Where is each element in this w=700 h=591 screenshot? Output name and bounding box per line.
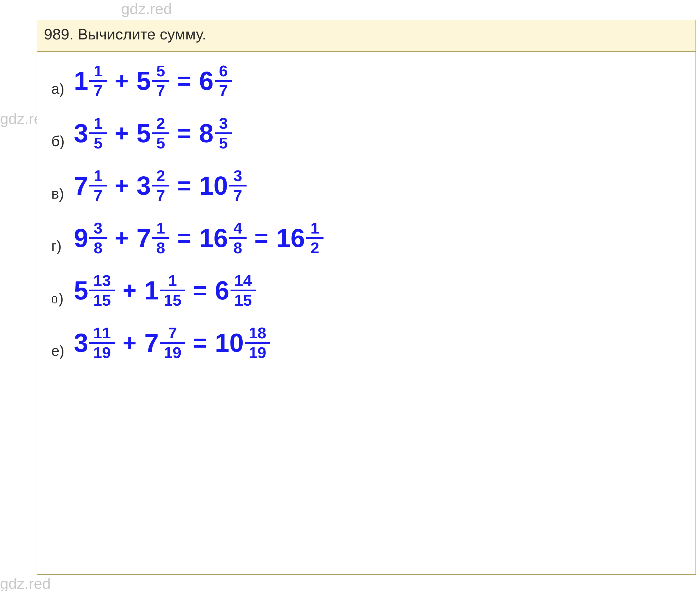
problem-header: 989. Вычислите сумму.	[37, 20, 696, 52]
mixed-number: 10 3 7	[199, 168, 246, 203]
fraction: 18 19	[245, 325, 270, 360]
denominator: 7	[233, 188, 242, 203]
whole-part: 7	[144, 330, 158, 356]
mixed-number: 3 1 5	[74, 116, 107, 151]
row-label: е)	[49, 342, 74, 360]
mixed-number: 5 5 7	[136, 63, 169, 98]
equals-sign: =	[177, 224, 191, 252]
expression: 1 1 7 + 5 5 7	[74, 63, 232, 98]
denominator: 7	[156, 83, 165, 98]
denominator: 19	[249, 345, 266, 360]
worksheet-frame: 989. Вычислите сумму. а) 1 1 7 +	[37, 20, 696, 575]
denominator: 15	[164, 292, 181, 308]
expression: 7 1 7 + 3 2 7	[74, 168, 247, 203]
row-label: а)	[49, 80, 74, 98]
mixed-number: 5 13 15	[74, 273, 115, 308]
watermark: gdz.red	[0, 575, 51, 591]
numerator: 11	[93, 325, 111, 341]
mixed-number: 3 11 19	[74, 325, 115, 360]
denominator: 7	[94, 83, 103, 98]
numerator: 13	[93, 273, 111, 288]
mixed-number: 10 18 19	[215, 325, 270, 360]
denominator: 15	[234, 292, 252, 308]
fraction: 13 15	[89, 273, 115, 308]
whole-part: 5	[136, 68, 151, 94]
denominator: 5	[94, 135, 103, 151]
denominator: 8	[156, 240, 165, 256]
whole-part: 3	[136, 173, 151, 199]
problem-row: ᲂ) 5 13 15 + 1 1	[49, 273, 690, 308]
fraction: 1 15	[160, 273, 185, 308]
equals-sign: =	[177, 120, 191, 147]
whole-part: 8	[199, 120, 213, 146]
plus-sign: +	[115, 172, 128, 199]
numerator: 3	[94, 220, 103, 236]
whole-part: 3	[74, 120, 88, 146]
fraction: 1 8	[152, 220, 169, 256]
row-label: ᲂ)	[49, 290, 74, 308]
mixed-number: 6 6 7	[199, 63, 232, 98]
denominator: 19	[93, 345, 111, 360]
whole-part: 9	[74, 225, 88, 251]
numerator: 18	[249, 325, 266, 341]
problem-row: б) 3 1 5 + 5 2	[49, 116, 690, 151]
fraction: 5 7	[152, 63, 169, 98]
fraction: 3 7	[229, 168, 247, 203]
problem-content: а) 1 1 7 + 5 5	[37, 52, 696, 383]
denominator: 8	[94, 240, 103, 256]
equals-sign: =	[193, 277, 207, 304]
numerator: 2	[156, 168, 165, 184]
expression: 3 1 5 + 5 2 5	[74, 116, 232, 151]
equals-sign: =	[177, 172, 191, 199]
row-label: в)	[49, 185, 74, 203]
whole-part: 10	[215, 330, 244, 356]
row-label: г)	[49, 238, 74, 256]
whole-part: 5	[74, 277, 88, 304]
equals-sign: =	[177, 67, 191, 95]
problem-row: е) 3 11 19 + 7 7	[49, 325, 690, 360]
plus-sign: +	[123, 329, 136, 356]
whole-part: 5	[136, 120, 151, 146]
mixed-number: 5 2 5	[136, 116, 169, 151]
row-label: б)	[49, 133, 74, 151]
whole-part: 1	[74, 68, 88, 94]
denominator: 19	[164, 345, 181, 360]
whole-part: 16	[276, 225, 305, 251]
numerator: 1	[94, 168, 103, 184]
fraction: 1 7	[89, 63, 107, 98]
numerator: 1	[94, 63, 103, 79]
fraction: 2 5	[152, 116, 169, 151]
equals-sign: =	[254, 224, 268, 252]
fraction: 1 2	[306, 220, 323, 256]
denominator: 2	[311, 240, 319, 256]
numerator: 6	[219, 63, 228, 79]
numerator: 3	[219, 116, 228, 131]
denominator: 7	[156, 188, 165, 203]
plus-sign: +	[115, 120, 128, 147]
denominator: 7	[219, 83, 228, 98]
fraction: 4 8	[229, 220, 247, 256]
mixed-number: 16 1 2	[276, 220, 323, 256]
mixed-number: 7 1 8	[136, 220, 169, 256]
problem-row: а) 1 1 7 + 5 5	[49, 63, 690, 98]
fraction: 14 15	[231, 273, 256, 308]
whole-part: 6	[199, 68, 213, 94]
denominator: 8	[233, 240, 242, 256]
whole-part: 7	[136, 225, 151, 251]
fraction: 6 7	[215, 63, 232, 98]
mixed-number: 8 3 5	[199, 116, 232, 151]
plus-sign: +	[115, 67, 128, 95]
numerator: 7	[168, 325, 177, 341]
whole-part: 7	[74, 173, 88, 199]
numerator: 1	[94, 116, 103, 131]
whole-part: 6	[215, 277, 229, 304]
numerator: 1	[311, 220, 319, 236]
whole-part: 10	[199, 173, 228, 199]
watermark: gdz.red	[121, 0, 172, 17]
mixed-number: 9 3 8	[74, 220, 107, 256]
numerator: 4	[233, 220, 242, 236]
page: gdz.red gdz.red gdz.red gdz.red gdz.red …	[0, 0, 700, 591]
numerator: 1	[168, 273, 177, 288]
numerator: 1	[156, 220, 165, 236]
mixed-number: 3 2 7	[136, 168, 169, 203]
